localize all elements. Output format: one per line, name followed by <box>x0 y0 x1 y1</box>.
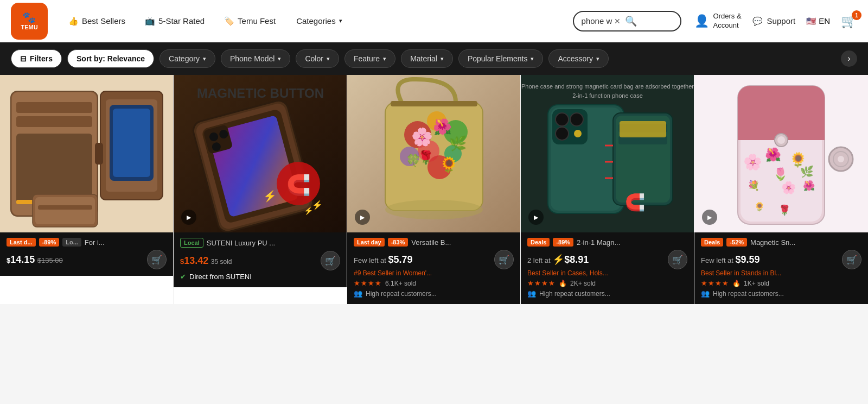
svg-text:⚡: ⚡ <box>304 206 314 216</box>
support-button[interactable]: 💬 Support <box>752 16 796 26</box>
category-filter[interactable]: Category ▾ <box>159 49 215 68</box>
svg-point-49 <box>385 200 483 219</box>
price-current-1: $14.15 <box>7 254 35 265</box>
sort-button[interactable]: Sort by: Relevance <box>67 49 154 68</box>
filter-bar: ⊟ Filters Sort by: Relevance Category ▾ … <box>0 42 868 75</box>
accessory-chevron-icon: ▾ <box>596 55 599 62</box>
feature-chevron-icon: ▾ <box>383 55 386 62</box>
product-card-5[interactable]: 🌸 🌺 🌻 🌷 🌿 💐 🌸 🌺 🌻 🌹 <box>694 75 868 304</box>
product-card-3[interactable]: 🌸 🌺 🌿 🌹 🌻 🍀 ▶ <box>347 75 521 304</box>
play-button-5[interactable]: ▶ <box>702 210 717 225</box>
add-to-cart-4[interactable]: 🛒 <box>668 250 687 269</box>
product-tags-2: Local SUTENI Luxury PU ... <box>180 238 340 248</box>
best-sellers-nav[interactable]: 👍 Best Sellers <box>61 12 133 30</box>
add-to-cart-3[interactable]: 🛒 <box>494 250 514 269</box>
repeat-customers-5: 👥 High repeat customers... <box>701 289 861 298</box>
five-star-label: 5-Star Rated <box>158 16 205 26</box>
svg-text:🌸: 🌸 <box>411 127 433 147</box>
fire-icon-4: 🔥 <box>559 280 567 287</box>
repeat-icon-4: 👥 <box>527 289 536 298</box>
search-icon[interactable]: 🔍 <box>625 15 637 27</box>
temu-fest-nav[interactable]: 🏷️ Temu Fest <box>216 12 283 30</box>
support-icon: 💬 <box>752 16 763 26</box>
feature-filter[interactable]: Feature ▾ <box>344 49 395 68</box>
filter-next-button[interactable]: › <box>841 50 857 67</box>
product-card-2[interactable]: MAGNETIC BUTTON <box>174 75 347 304</box>
phone-model-chevron-icon: ▾ <box>278 55 281 62</box>
products-grid: Last d... -89% Lo... For i... $14.15 $13… <box>0 75 868 304</box>
product-card-4[interactable]: Phone case and strong magnetic card bag … <box>521 75 694 304</box>
products-section: Last d... -89% Lo... For i... $14.15 $13… <box>0 75 868 304</box>
repeat-icon-5: 👥 <box>701 289 710 298</box>
cart-button[interactable]: 🛒 1 <box>841 14 857 29</box>
color-filter[interactable]: Color ▾ <box>296 49 339 68</box>
add-to-cart-1[interactable]: 🛒 <box>147 250 167 269</box>
filters-button[interactable]: ⊟ Filters <box>11 49 62 68</box>
product-image-4: Phone case and strong magnetic card bag … <box>521 75 694 232</box>
product-card-1[interactable]: Last d... -89% Lo... For i... $14.15 $13… <box>0 75 174 304</box>
svg-point-59 <box>574 130 582 137</box>
svg-rect-64 <box>620 121 666 137</box>
rating-row-5: ★★★★ 🔥 1K+ sold <box>701 279 861 287</box>
repeat-icon-3: 👥 <box>354 289 362 298</box>
svg-point-56 <box>556 113 569 126</box>
material-filter[interactable]: Material ▾ <box>401 49 453 68</box>
orders-label: Orders & <box>713 12 742 21</box>
lastday-tag: Last d... <box>7 238 36 247</box>
orders-account-button[interactable]: 👤 Orders & Account <box>694 12 742 30</box>
product-info-5: Deals -52% Magnetic Sn... Few left at $9… <box>694 232 868 304</box>
filter-icon: ⊟ <box>20 54 27 63</box>
price-current-3: $5.79 <box>388 254 413 265</box>
fire-icon-5: 🔥 <box>732 280 741 287</box>
product-title-4: 2-in-1 Magn... <box>577 238 620 247</box>
lo-tag: Lo... <box>62 238 81 247</box>
accessory-filter[interactable]: Accessory ▾ <box>548 49 609 68</box>
accessory-label: Accessory <box>558 54 593 63</box>
product-info-3: Last day -83% Versatile B... Few left at… <box>347 232 520 304</box>
categories-chevron-icon: ▾ <box>339 17 342 24</box>
add-to-cart-5[interactable]: 🛒 <box>842 250 861 269</box>
svg-text:🌺: 🌺 <box>803 180 815 192</box>
play-button-4[interactable]: ▶ <box>528 210 544 225</box>
temu-fest-label: Temu Fest <box>238 16 276 26</box>
svg-point-88 <box>838 156 844 162</box>
price-row-2: $13.42 35 sold 🛒 <box>180 251 340 270</box>
category-filter-label: Category <box>169 54 200 63</box>
phone-model-label: Phone Model <box>230 54 275 63</box>
svg-rect-48 <box>391 101 477 106</box>
best-seller-4: Best Seller in Cases, Hols... <box>527 269 687 277</box>
search-clear-icon[interactable]: ✕ <box>614 17 621 26</box>
color-chevron-icon: ▾ <box>327 55 330 62</box>
svg-text:🌸: 🌸 <box>743 153 762 171</box>
discount-tag: -89% <box>39 238 60 247</box>
svg-rect-3 <box>16 102 92 113</box>
svg-text:⚡: ⚡ <box>312 200 323 210</box>
svg-text:🧲: 🧲 <box>625 193 646 212</box>
temu-logo[interactable]: 🐾 TEMU <box>11 3 48 40</box>
svg-point-75 <box>777 136 785 144</box>
svg-text:🌺: 🌺 <box>765 147 781 162</box>
header-right: 👤 Orders & Account 💬 Support 🇺🇸 EN 🛒 1 <box>694 12 857 30</box>
rating-row-4: ★★★★ 🔥 2K+ sold <box>527 279 687 287</box>
phone-model-filter[interactable]: Phone Model ▾ <box>221 49 291 68</box>
repeat-customers-4: 👥 High repeat customers... <box>527 289 687 298</box>
play-button-3[interactable]: ▶ <box>355 210 370 225</box>
categories-label: Categories <box>296 16 336 26</box>
language-button[interactable]: 🇺🇸 EN <box>806 16 830 26</box>
discount-tag-4: -89% <box>553 238 573 247</box>
price-row-4: 2 left at ⚡$8.91 🛒 <box>527 250 687 269</box>
deals-tag-4: Deals <box>527 238 550 247</box>
search-bar: phone w ✕ 🔍 <box>573 11 681 31</box>
five-star-nav[interactable]: 📺 5-Star Rated <box>137 12 212 30</box>
play-button-2[interactable]: ▶ <box>181 210 196 225</box>
deals-tag-5: Deals <box>701 238 723 247</box>
discount-tag-5: -52% <box>726 238 747 247</box>
popular-elements-filter[interactable]: Popular Elements ▾ <box>458 49 544 68</box>
add-to-cart-2[interactable]: 🛒 <box>321 251 340 270</box>
categories-button[interactable]: Categories ▾ <box>288 12 351 30</box>
price-current-4: $8.91 <box>564 254 589 265</box>
direct-seller-label: Direct from SUTENI <box>189 273 252 281</box>
price-original-1: $135.00 <box>37 256 63 264</box>
flash-icon-4: ⚡ <box>552 254 564 265</box>
product-photo-5: 🌸 🌺 🌻 🌷 🌿 💐 🌸 🌺 🌻 🌹 <box>694 75 868 232</box>
